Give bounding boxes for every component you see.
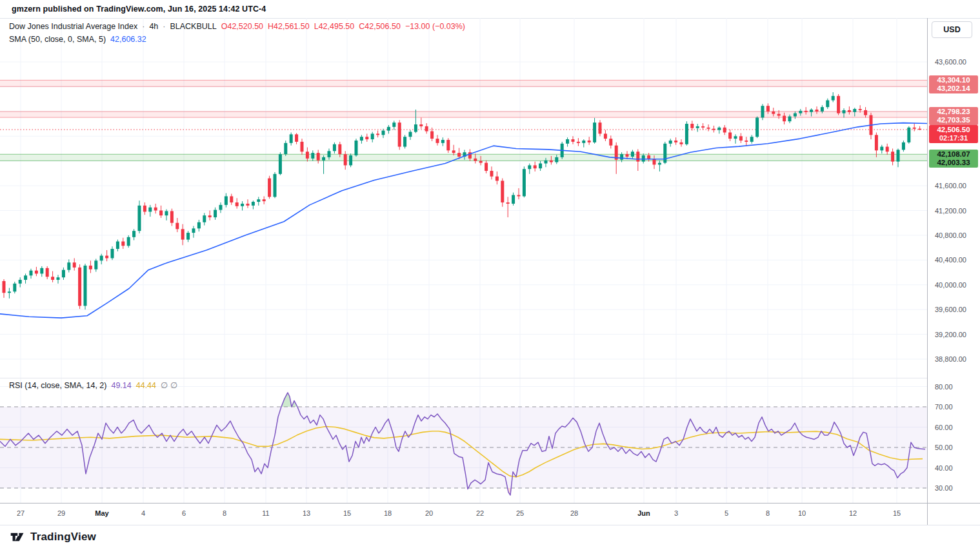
- currency-toggle-button[interactable]: USD: [932, 21, 972, 38]
- rsi-axis-label: 50.00: [935, 444, 953, 451]
- level-price-badge: 42,798.2342,703.35: [929, 107, 978, 125]
- rsi-axis-label: 70.00: [935, 403, 953, 411]
- badge-price: 43,202.14: [929, 84, 978, 93]
- badge-price: 42,003.33: [929, 159, 978, 167]
- level-price-badge: 42,108.0742,003.33: [929, 150, 978, 168]
- rsi-axis-label: 30.00: [935, 484, 953, 492]
- tradingview-mark-icon: [10, 531, 26, 543]
- price-axis[interactable]: 43,600.0041,600.0041,200.0040,800.0040,4…: [928, 18, 980, 503]
- time-axis-label: 27: [17, 509, 25, 517]
- price-axis-label: 39,600.00: [935, 306, 966, 313]
- price-axis-border: [927, 18, 928, 525]
- rsi-empty-values: ∅ ∅: [161, 380, 177, 390]
- time-axis-label: 11: [262, 509, 269, 517]
- price-axis-label: 40,400.00: [935, 256, 966, 264]
- level-price-badge: 43,304.1043,202.14: [929, 75, 978, 93]
- time-axis-label: 25: [516, 509, 524, 517]
- price-axis-label: 40,000.00: [935, 281, 966, 289]
- price-axis-label: 41,600.00: [935, 182, 966, 190]
- time-axis-label: 5: [725, 509, 728, 517]
- ohlc-close: C42,506.50: [359, 22, 401, 31]
- time-axis-label: 20: [425, 509, 433, 517]
- legend-separator: ·: [142, 22, 145, 31]
- broker-label: BLACKBULL: [170, 22, 216, 31]
- time-axis-label: 15: [343, 509, 351, 517]
- rsi-axis-label: 40.00: [935, 464, 953, 472]
- badge-price: 42,798.23: [929, 108, 978, 116]
- time-axis-label: 15: [893, 509, 901, 517]
- interval-label[interactable]: 4h: [149, 22, 158, 31]
- rsi-signal-value: 44.44: [136, 381, 156, 390]
- ohlc-open: O42,520.50: [221, 22, 263, 31]
- time-axis-label: 18: [384, 509, 392, 517]
- rsi-label[interactable]: RSI (14, close, SMA, 14, 2): [9, 381, 106, 390]
- rsi-axis-label: 80.00: [935, 383, 953, 391]
- badge-price: 42,703.35: [929, 116, 978, 124]
- time-axis-label: 28: [570, 509, 578, 517]
- time-axis-label: 22: [476, 509, 484, 517]
- sma-legend: SMA (50, close, 0, SMA, 5) 42,606.32: [9, 35, 146, 44]
- ohlc-high: H42,561.50: [268, 22, 310, 31]
- page: { "header": { "title": "gmzern published…: [0, 0, 980, 548]
- time-axis-label: 8: [766, 509, 770, 517]
- price-axis-label: 40,800.00: [935, 231, 966, 239]
- price-axis-label: 43,600.00: [935, 58, 966, 66]
- price-axis-label: 39,200.00: [935, 331, 966, 338]
- badge-price: 43,304.10: [929, 76, 978, 84]
- time-axis-label: 13: [303, 509, 310, 517]
- last-price-badge: 42,506.5002:17:31: [929, 125, 978, 143]
- time-axis-label: 6: [182, 509, 186, 517]
- time-axis-border: [0, 503, 980, 504]
- brand-name: TradingView: [30, 531, 96, 543]
- bar-countdown: 02:17:31: [929, 134, 978, 142]
- sma-label[interactable]: SMA (50, close, 0, SMA, 5): [9, 35, 106, 44]
- price-axis-label: 41,200.00: [935, 207, 966, 215]
- rsi-axis-label: 60.00: [935, 424, 953, 431]
- ohlc-low: L42,495.50: [314, 22, 355, 31]
- rsi-legend: RSI (14, close, SMA, 14, 2) 49.14 44.44 …: [9, 380, 177, 390]
- pane-separator[interactable]: [0, 378, 927, 378]
- main-legend: Dow Jones Industrial Average Index · 4h …: [9, 22, 465, 31]
- price-axis-label: 38,800.00: [935, 355, 966, 363]
- time-axis-label: 29: [57, 509, 65, 517]
- time-axis-label: Jun: [637, 509, 650, 517]
- sma-value: 42,606.32: [110, 35, 146, 44]
- time-axis-label: 12: [849, 509, 857, 517]
- time-axis-label: 3: [674, 509, 678, 517]
- chart-canvas[interactable]: [0, 0, 980, 548]
- legend-separator: ·: [163, 22, 165, 31]
- time-axis-label: 4: [141, 509, 145, 517]
- symbol-name[interactable]: Dow Jones Industrial Average Index: [9, 22, 137, 31]
- time-axis[interactable]: 2729May4681113151820222528Jun358101215: [0, 503, 927, 525]
- badge-price: 42,506.50: [929, 126, 978, 134]
- rsi-value: 49.14: [111, 381, 131, 390]
- footer: TradingView: [0, 525, 980, 548]
- badge-price: 42,108.07: [929, 150, 978, 159]
- tradingview-logo[interactable]: TradingView: [10, 531, 96, 543]
- time-axis-label: 10: [798, 509, 806, 517]
- ohlc-change: −13.00 (−0.03%): [405, 22, 465, 31]
- time-axis-label: 8: [223, 509, 226, 517]
- time-axis-label: May: [95, 509, 108, 517]
